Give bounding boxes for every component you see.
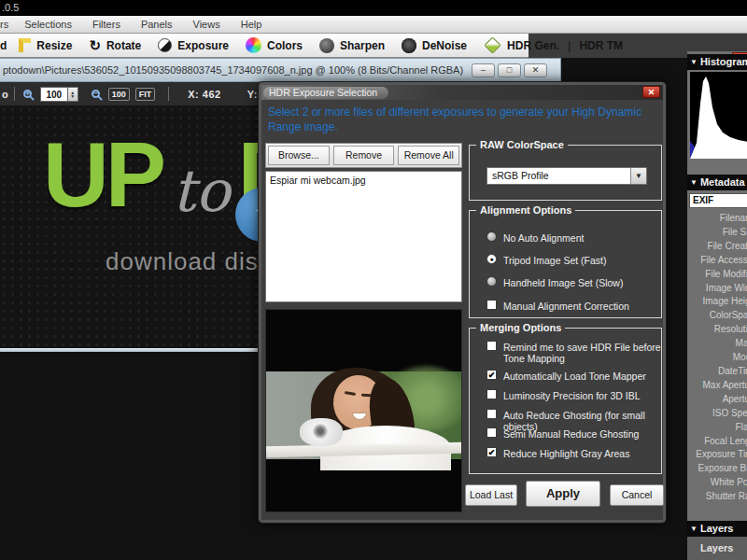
rotate-icon: ↻ (89, 39, 101, 52)
dialog-titlebar[interactable]: HDR Exposure Selection (261, 85, 663, 100)
sharpen-button[interactable]: Sharpen (311, 34, 393, 58)
browse-button[interactable]: Browse... (268, 146, 330, 165)
toolbar-button-partial[interactable]: d (0, 34, 10, 58)
menu-item-panels[interactable]: Panels (131, 16, 183, 34)
file-list-item[interactable]: Espiar mi webcam.jpg (266, 172, 461, 189)
apply-button[interactable]: Apply (526, 481, 600, 507)
main-toolbar: d Resize ↻ Rotate Exposure Colors Sharpe… (0, 34, 747, 58)
color-wheel-icon (246, 37, 261, 53)
denoise-button[interactable]: DeNoise (393, 34, 475, 58)
menu-item-partial[interactable]: rs (0, 16, 14, 34)
metadata-label: Image Width (687, 282, 747, 296)
histogram-panel-header[interactable]: ▼ Histogram (687, 54, 747, 70)
checkbox-manual-alignment[interactable]: Manual Alignment Correction (486, 300, 629, 312)
denoise-icon (402, 38, 416, 53)
menu-item-help[interactable]: Help (231, 16, 273, 34)
menu-item-selections[interactable]: Selections (14, 16, 82, 34)
remove-all-button[interactable]: Remove All (398, 146, 459, 165)
cursor-x-label: X: 462 (188, 89, 220, 100)
rotate-button[interactable]: ↻ Rotate (80, 34, 149, 58)
metadata-label: Resolution (687, 323, 747, 337)
checkbox-reduce-highlight-gray[interactable]: ✔ Reduce Highlight Gray Areas (486, 447, 629, 459)
right-sidebar: ▼ Histogram ▼ Metadata EXIF Filename Fil… (687, 51, 747, 560)
colors-button[interactable]: Colors (237, 34, 311, 58)
raw-colorspace-title: RAW ColorSpace (476, 139, 568, 150)
checkbox-icon[interactable] (486, 341, 497, 351)
merging-options-title: Merging Options (476, 322, 565, 333)
sharpen-label: Sharpen (340, 39, 385, 52)
preview-photo (266, 371, 462, 459)
menu-item-filters[interactable]: Filters (82, 16, 131, 34)
close-window-button[interactable]: ✕ (524, 63, 547, 77)
layers-title: Layers (700, 521, 733, 537)
cancel-button[interactable]: Cancel (610, 484, 664, 506)
hdr-exposure-dialog: HDR Exposure Selection ✕ Select 2 or mor… (259, 82, 666, 523)
menu-item-views[interactable]: Views (183, 16, 231, 34)
ruler-icon (19, 38, 31, 52)
metadata-label: Exposure Bias (687, 462, 747, 476)
checkbox-luminosity-precision[interactable]: Luminosity Precision for 3D IBL (486, 389, 640, 401)
metadata-label-list: Filename File Size File Created File Acc… (687, 212, 747, 504)
hdr-diamond-icon (484, 36, 500, 53)
exposure-preview (265, 309, 462, 512)
load-last-button[interactable]: Load Last (465, 484, 517, 506)
logo-to-text: to (172, 145, 230, 238)
checkbox-icon-checked[interactable]: ✔ (486, 447, 497, 457)
resize-button[interactable]: Resize (10, 34, 80, 58)
minimize-button[interactable]: – (472, 63, 495, 77)
layers-panel-header[interactable]: ▼ Layers (687, 521, 747, 537)
checkbox-icon[interactable] (486, 409, 497, 419)
collapse-arrow-icon: ▼ (690, 54, 698, 70)
maximize-button[interactable]: □ (498, 63, 521, 77)
exposure-file-list[interactable]: Espiar mi webcam.jpg (265, 171, 462, 302)
radio-tripod-image-set[interactable]: ● Tripod Image Set (Fast) (486, 254, 606, 266)
radio-icon[interactable] (486, 231, 497, 242)
checkbox-remind-save-hdr[interactable]: Remind me to save HDR File before Tone M… (486, 341, 662, 364)
chevron-down-icon[interactable]: ▼ (630, 168, 646, 184)
alignment-options-title: Alignment Options (476, 204, 575, 216)
layers-tab[interactable]: Layers (687, 537, 747, 560)
zoom-fit-button[interactable]: FIT (135, 88, 156, 101)
zoom-value[interactable]: 100 (40, 87, 68, 102)
zoom-100-button[interactable]: 100 (108, 88, 130, 101)
checkbox-icon[interactable] (486, 427, 497, 438)
image-window-titlebar[interactable]: ptodown\Pictures\536052_1015093509880374… (0, 58, 561, 82)
radio-no-auto-alignment[interactable]: No Auto Alignment (486, 231, 584, 244)
checkbox-auto-load-tone-mapper[interactable]: ✔ Automatically Load Tone Mapper (486, 370, 646, 382)
metadata-label: Image Height (687, 295, 747, 309)
dialog-instruction: Select 2 or more files of different expo… (268, 105, 664, 134)
metadata-label: File Size (687, 226, 747, 240)
dialog-close-button[interactable]: ✕ (642, 86, 660, 98)
metadata-title: Metadata (700, 175, 745, 190)
zoom-spinner[interactable]: 100 ▲ ▼ (40, 87, 78, 102)
colorspace-select[interactable]: sRGB Profile ▼ (486, 167, 647, 185)
exif-dropdown[interactable]: EXIF (689, 193, 747, 208)
histogram-display (690, 72, 747, 159)
metadata-label: Max Aperture (687, 379, 747, 393)
exposure-button[interactable]: Exposure (149, 34, 237, 58)
alignment-options-group: Alignment Options No Auto Alignment ● Tr… (469, 210, 662, 318)
hdr-tm-button[interactable]: HDR TM (571, 34, 631, 58)
metadata-label: Model (687, 351, 747, 365)
hdr-gen-button[interactable]: HDR Gen. (475, 34, 568, 58)
metadata-label: File Modified (687, 268, 747, 282)
checkbox-icon[interactable] (486, 389, 497, 399)
checkbox-icon-checked[interactable]: ✔ (486, 370, 497, 380)
zoom-in-icon[interactable] (23, 90, 32, 98)
checkbox-icon[interactable] (486, 300, 497, 310)
collapse-arrow-icon: ▼ (690, 175, 698, 190)
radio-handheld-image-set[interactable]: Handheld Image Set (Slow) (486, 276, 623, 288)
remove-button[interactable]: Remove (333, 146, 395, 165)
spin-down-icon[interactable]: ▼ (70, 94, 75, 98)
hdr-gen-label: HDR Gen. (507, 39, 559, 52)
zoom-out-icon[interactable] (92, 90, 100, 98)
zoom-spinner-arrows[interactable]: ▲ ▼ (68, 87, 78, 102)
metadata-label: File Created (687, 240, 747, 254)
file-buttons-strip: Browse... Remove Remove All (265, 143, 462, 168)
metadata-panel-header[interactable]: ▼ Metadata (687, 175, 747, 190)
radio-icon-selected[interactable]: ● (486, 254, 497, 264)
metadata-label: DateTime (687, 365, 747, 379)
resize-label: Resize (36, 39, 72, 52)
radio-icon[interactable] (486, 276, 497, 287)
checkbox-semi-manual-reduce-ghosting[interactable]: Semi Manual Reduce Ghosting (486, 427, 639, 440)
